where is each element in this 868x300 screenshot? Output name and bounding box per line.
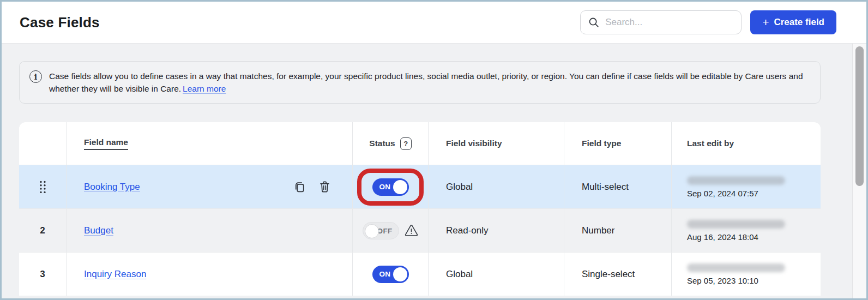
info-icon: i [29,70,42,83]
table-header-row: Field name Status ? Field visibility Fie… [19,122,821,165]
toggle-knob [365,224,379,238]
table-row-inquiry-reason[interactable]: 3 Inquiry Reason ON Global Single-select… [19,252,821,296]
learn-more-link[interactable]: Learn more [183,84,226,93]
status-cell: OFF [353,209,429,252]
status-toggle-on[interactable]: ON [372,266,409,283]
field-visibility-cell: Read-only [429,209,564,252]
create-field-label: Create field [774,17,824,28]
copy-icon[interactable] [293,181,306,193]
toggle-knob [393,267,407,281]
field-type-cell: Number [564,209,672,252]
last-edit-date: Aug 16, 2024 18:04 [687,232,758,242]
search-input[interactable] [605,17,733,28]
table-row-budget[interactable]: 2 Budget OFF [19,208,821,252]
page-title: Case Fields [20,14,100,31]
trash-icon[interactable] [319,181,330,193]
toggle-label: OFF [377,223,393,240]
banner-text: Case fields allow you to define cases in… [49,70,806,95]
column-row-number [19,122,67,165]
row-number: 3 [19,253,67,296]
column-field-name: Field name [67,122,353,165]
toggle-label: ON [379,266,391,283]
last-edit-cell: Aug 16, 2024 18:04 [672,209,821,252]
field-name-cell: Booking Type [67,165,353,208]
column-last-edit-by: Last edit by [672,122,821,165]
field-name-link[interactable]: Inquiry Reason [84,269,146,280]
case-fields-table: Field name Status ? Field visibility Fie… [19,122,821,296]
toggle-label: ON [379,178,391,196]
scrollbar[interactable] [852,44,866,298]
column-field-name-label[interactable]: Field name [84,137,128,150]
scrollbar-thumb[interactable] [855,46,864,186]
column-status-label: Status [369,139,395,148]
field-name-link[interactable]: Booking Type [84,182,140,193]
column-field-type: Field type [564,122,672,165]
status-toggle-on[interactable]: ON [372,178,409,196]
info-banner: i Case fields allow you to define cases … [19,61,821,104]
row-drag-cell [19,165,67,208]
status-cell: ON [353,253,429,296]
field-name-link[interactable]: Budget [84,225,113,236]
create-field-button[interactable]: + Create field [750,10,836,34]
last-edit-cell: Sep 05, 2023 10:10 [672,253,821,296]
field-name-cell: Budget [67,209,353,252]
plus-icon: + [762,16,769,28]
case-fields-page: Case Fields + Create field i Case fields… [0,0,868,300]
last-edit-cell: Sep 02, 2024 07:57 [672,165,821,208]
search-icon [588,17,599,28]
column-field-visibility: Field visibility [429,122,564,165]
last-edit-date: Sep 02, 2024 07:57 [687,189,758,198]
field-visibility-cell: Global [429,165,564,208]
toggle-knob [393,180,407,194]
page-header: Case Fields + Create field [2,2,866,44]
column-status: Status ? [353,122,429,165]
help-icon[interactable]: ? [400,137,412,150]
last-edit-date: Sep 05, 2023 10:10 [687,276,758,285]
field-visibility-cell: Global [429,253,564,296]
field-name-cell: Inquiry Reason [67,253,353,296]
content-area: i Case fields allow you to define cases … [2,44,866,296]
banner-text-body: Case fields allow you to define cases in… [49,71,803,93]
row-actions [293,181,352,193]
redacted-editor-name [687,220,785,229]
search-box[interactable] [580,10,742,34]
status-toggle-off[interactable]: OFF [363,222,399,239]
table-row-booking-type[interactable]: Booking Type [19,165,821,208]
row-number: 2 [19,209,67,252]
drag-handle-icon[interactable] [38,179,47,195]
field-type-cell: Multi-select [564,165,672,208]
field-type-cell: Single-select [564,253,672,296]
warning-icon [404,224,419,237]
redacted-editor-name [687,263,785,272]
redacted-editor-name [687,176,785,185]
status-cell: ON [353,165,429,208]
